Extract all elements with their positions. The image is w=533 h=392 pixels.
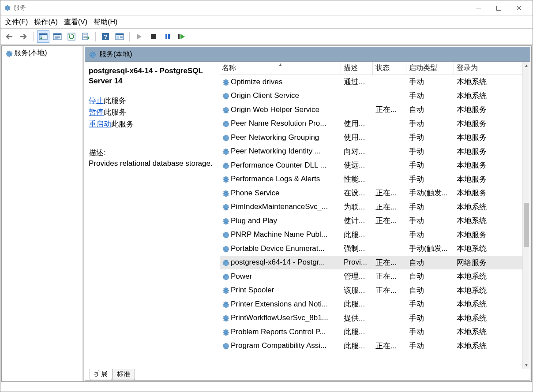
column-logon-as[interactable]: 登录为 [454,62,498,75]
service-name: Printer Extensions and Noti... [231,300,328,309]
service-row[interactable]: Peer Name Resolution Pro...使用...手动本地服务 [220,117,522,131]
service-description: 性能... [341,172,373,187]
stop-link[interactable]: 停止 [89,97,104,105]
service-startup-type: 手动 [406,200,454,214]
service-name: PrintWorkflowUserSvc_8b1... [231,314,328,322]
service-logon-as: 本地服务 [454,103,498,117]
service-row[interactable]: Origin Web Helper Service正在...自动本地服务 [220,103,522,117]
service-row[interactable]: Program Compatibility Assi...此服...正在...手… [220,339,522,353]
gear-icon [222,259,229,266]
service-status [373,325,406,339]
gear-icon [222,342,229,349]
service-name: Phone Service [231,189,280,198]
service-logon-as: 本地系统 [454,242,498,256]
service-name: Peer Networking Identity ... [231,147,321,156]
service-row[interactable]: Optimize drives通过...手动本地系统 [220,75,522,89]
service-row[interactable]: Portable Device Enumerat...强制...手动(触发...… [220,242,522,256]
help-button[interactable]: ? [99,30,112,43]
back-button[interactable] [3,30,15,43]
start-service-button[interactable] [133,30,146,43]
svg-rect-9 [53,34,61,35]
description-label: 描述: [89,148,216,158]
svg-rect-27 [151,34,156,39]
scroll-thumb[interactable] [524,203,529,247]
service-row[interactable]: postgresql-x64-14 - Postgr...Provi...正在.… [220,256,522,270]
refresh-button[interactable] [65,30,78,43]
service-row[interactable]: Performance Logs & Alerts性能...手动本地服务 [220,172,522,187]
menu-file[interactable]: 文件(F) [5,18,28,27]
export-list-button[interactable] [79,30,92,43]
service-status: 正在... [373,103,406,117]
svg-marker-26 [137,34,142,39]
tree-panel: 服务(本地) [2,46,84,381]
service-startup-type: 手动 [406,172,454,187]
service-row[interactable]: Peer Networking Grouping使用...手动本地服务 [220,131,522,145]
pause-link[interactable]: 暂停 [89,108,104,116]
service-name: Performance Counter DLL ... [231,161,327,170]
service-startup-type: 手动 [406,89,454,103]
toggle-detail-button[interactable] [51,30,64,43]
restart-link[interactable]: 重启动 [89,120,111,128]
service-row[interactable]: Print Spooler该服...正在...自动本地系统 [220,284,522,298]
service-name: PimIndexMaintenanceSvc_... [231,202,328,211]
service-row[interactable]: Problem Reports Control P...此服...手动本地系统 [220,325,522,339]
pause-service-button[interactable] [161,30,174,43]
gear-icon [222,203,229,210]
column-status[interactable]: 状态 [373,62,406,75]
service-name: Problem Reports Control P... [231,328,326,336]
service-row[interactable]: Printer Extensions and Noti...此服...手动本地系… [220,297,522,311]
service-row[interactable]: Power管理...正在...自动本地系统 [220,269,522,284]
maximize-button[interactable] [488,1,509,15]
service-description: 在设... [341,186,373,200]
service-description [341,89,373,103]
service-logon-as: 本地系统 [454,339,498,353]
service-logon-as: 本地系统 [454,214,498,228]
service-description: 管理... [341,269,373,284]
service-description: 向对... [341,145,373,159]
column-description[interactable]: 描述 [341,62,373,75]
service-logon-as: 本地服务 [454,228,498,242]
close-button[interactable] [509,1,529,15]
forward-button[interactable] [17,30,30,43]
service-startup-type: 手动 [406,158,454,172]
service-startup-type: 自动 [406,284,454,298]
menu-view[interactable]: 查看(V) [64,18,87,27]
tab-standard[interactable]: 标准 [112,369,135,380]
service-row[interactable]: Phone Service在设...正在...手动(触发...本地服务 [220,186,522,200]
menu-action[interactable]: 操作(A) [34,18,57,27]
stop-service-button[interactable] [147,30,160,43]
tab-extended[interactable]: 扩展 [90,369,113,380]
app-icon [4,4,11,11]
service-logon-as: 本地服务 [454,131,498,145]
column-startup-type[interactable]: 启动类型 [406,62,454,75]
minimize-button[interactable] [468,1,488,15]
service-logon-as: 本地系统 [454,269,498,284]
selected-service-title: postgresql-x64-14 - PostgreSQL Server 14 [89,66,216,86]
service-status [373,228,406,242]
restart-service-button[interactable] [176,30,188,43]
service-startup-type: 自动 [406,269,454,284]
scroll-down-icon[interactable]: ▼ [523,361,530,369]
service-row[interactable]: Plug and Play使计...正在...手动本地系统 [220,214,522,228]
column-name[interactable]: 名称 ▲ [220,62,341,75]
toggle-tree-button[interactable] [37,30,49,43]
tree-root-node[interactable]: 服务(本地) [4,48,80,59]
svg-rect-23 [116,36,119,39]
service-row[interactable]: Peer Networking Identity ...向对...手动本地服务 [220,145,522,159]
gear-icon [222,162,229,169]
properties-button[interactable] [113,30,126,43]
service-startup-type: 手动 [406,228,454,242]
sort-ascending-icon: ▲ [278,62,282,67]
service-row[interactable]: PimIndexMaintenanceSvc_...为联...正在...手动本地… [220,200,522,214]
service-description: 此服... [341,325,373,339]
scroll-up-icon[interactable]: ▲ [523,62,530,69]
service-row[interactable]: PNRP Machine Name Publ...此服...手动本地服务 [220,228,522,242]
vertical-scrollbar[interactable]: ▲ ▼ [522,62,530,369]
service-row[interactable]: Origin Client Service手动本地系统 [220,89,522,103]
gear-icon [89,51,96,58]
gear-icon [222,92,229,99]
menu-help[interactable]: 帮助(H) [94,18,117,27]
service-row[interactable]: PrintWorkflowUserSvc_8b1...提供...手动本地系统 [220,311,522,325]
svg-rect-30 [178,34,180,39]
service-row[interactable]: Performance Counter DLL ...使远...手动本地服务 [220,158,522,172]
